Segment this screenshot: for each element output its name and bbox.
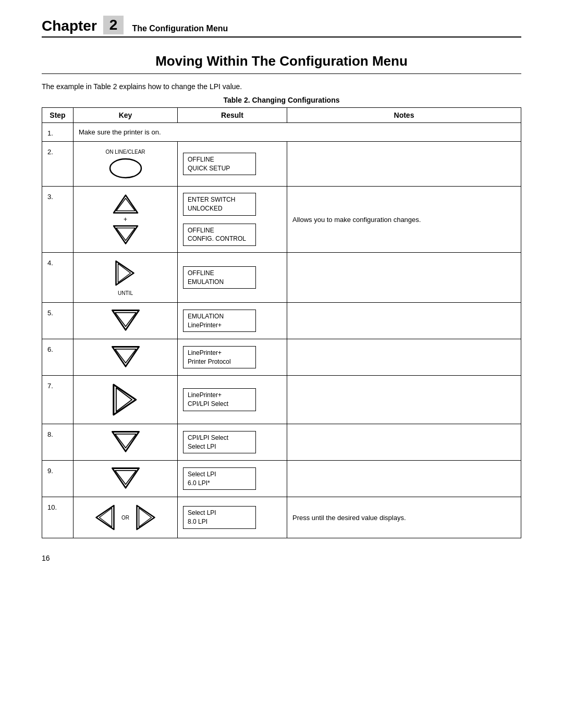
key-icon-area: +	[79, 193, 172, 246]
notes-cell	[287, 303, 521, 339]
key-cell	[74, 424, 178, 461]
key-icon-area	[79, 382, 172, 417]
key-cell	[74, 461, 178, 497]
key-icon-area	[79, 309, 172, 332]
key-cell: OR	[74, 497, 178, 538]
notes-cell	[287, 424, 521, 461]
result-box: LinePrinter+CPI/LPI Select	[183, 388, 256, 411]
result-box: ENTER SWITCHUNLOCKED	[183, 193, 256, 216]
result-box: OFFLINEEMULATION	[183, 266, 256, 289]
table-row: 6. LinePrinter+Printer Protocol	[42, 339, 521, 376]
key-icon-area: OR	[79, 503, 172, 532]
key-cell: +	[74, 187, 178, 253]
key-cell	[74, 376, 178, 424]
notes-cell: Press until the desired value displays.	[287, 497, 521, 538]
page-title: Moving Within The Configuration Menu	[42, 53, 521, 74]
step-cell: 10.	[42, 497, 74, 538]
result-cell: LinePrinter+Printer Protocol	[178, 339, 287, 376]
svg-point-0	[110, 159, 141, 178]
key-cell	[74, 339, 178, 376]
table-caption: Table 2. Changing Configurations	[42, 96, 521, 104]
page-number: 16	[42, 554, 521, 562]
notes-cell: Allows you to make configuration changes…	[287, 187, 521, 253]
table-row: 1.Make sure the printer is on.	[42, 123, 521, 142]
notes-cell	[287, 339, 521, 376]
table-row: 8. CPI/LPI SelectSelect LPI	[42, 424, 521, 461]
th-notes: Notes	[287, 108, 521, 123]
result-cell: Select LPI6.0 LPI*	[178, 461, 287, 497]
step-description: Make sure the printer is on.	[74, 123, 521, 142]
result-box: LinePrinter+Printer Protocol	[183, 346, 256, 369]
table-row: 7. LinePrinter+CPI/LPI Select	[42, 376, 521, 424]
page-header: Chapter 2 The Configuration Menu	[42, 16, 521, 38]
key-icon-area	[79, 430, 172, 454]
th-step: Step	[42, 108, 74, 123]
key-icon-area	[79, 346, 172, 369]
notes-cell	[287, 376, 521, 424]
result-cell: LinePrinter+CPI/LPI Select	[178, 376, 287, 424]
table-row: 10. OR Select LPI8.0 LPIPress until the …	[42, 497, 521, 538]
result-cell: EMULATIONLinePrinter+	[178, 303, 287, 339]
key-cell: ON LINE/CLEAR	[74, 142, 178, 187]
result-box: CPI/LPI SelectSelect LPI	[183, 431, 256, 454]
key-icon-area: ON LINE/CLEAR	[79, 148, 172, 180]
result-cell: ENTER SWITCHUNLOCKEDOFFLINECONFIG. CONTR…	[178, 187, 287, 253]
key-cell: UNTIL	[74, 253, 178, 303]
notes-cell	[287, 253, 521, 303]
result-box: EMULATIONLinePrinter+	[183, 310, 256, 332]
chapter-label: Chapter	[42, 18, 97, 34]
config-table: Step Key Result Notes 1.Make sure the pr…	[42, 107, 521, 538]
step-cell: 8.	[42, 424, 74, 461]
step-cell: 1.	[42, 123, 74, 142]
result-box: OFFLINEQUICK SETUP	[183, 153, 256, 176]
table-row: 2. ON LINE/CLEAR OFFLINEQUICK SETUP	[42, 142, 521, 187]
result-cell: OFFLINEQUICK SETUP	[178, 142, 287, 187]
notes-cell	[287, 142, 521, 187]
result-box: OFFLINECONFIG. CONTROL	[183, 224, 256, 246]
step-cell: 6.	[42, 339, 74, 376]
result-box: Select LPI6.0 LPI*	[183, 467, 256, 490]
key-icon-area	[79, 467, 172, 490]
result-box: Select LPI8.0 LPI	[183, 506, 256, 529]
key-icon-area: UNTIL	[79, 259, 172, 296]
table-row: 4. UNTIL OFFLINEEMULATION	[42, 253, 521, 303]
step-cell: 9.	[42, 461, 74, 497]
result-cell: OFFLINEEMULATION	[178, 253, 287, 303]
notes-cell	[287, 461, 521, 497]
table-row: 9. Select LPI6.0 LPI*	[42, 461, 521, 497]
table-row: 5. EMULATIONLinePrinter+	[42, 303, 521, 339]
intro-text: The example in Table 2 explains how to c…	[42, 82, 521, 91]
step-cell: 4.	[42, 253, 74, 303]
chapter-number: 2	[103, 16, 124, 34]
step-cell: 7.	[42, 376, 74, 424]
step-cell: 3.	[42, 187, 74, 253]
result-cell: CPI/LPI SelectSelect LPI	[178, 424, 287, 461]
table-row: 3. + ENTER SWITCHUNLOCKEDOFFLINECONFIG. …	[42, 187, 521, 253]
key-cell	[74, 303, 178, 339]
step-cell: 5.	[42, 303, 74, 339]
header-section-title: The Configuration Menu	[132, 24, 228, 34]
result-cell: Select LPI8.0 LPI	[178, 497, 287, 538]
th-key: Key	[74, 108, 178, 123]
th-result: Result	[178, 108, 287, 123]
step-cell: 2.	[42, 142, 74, 187]
